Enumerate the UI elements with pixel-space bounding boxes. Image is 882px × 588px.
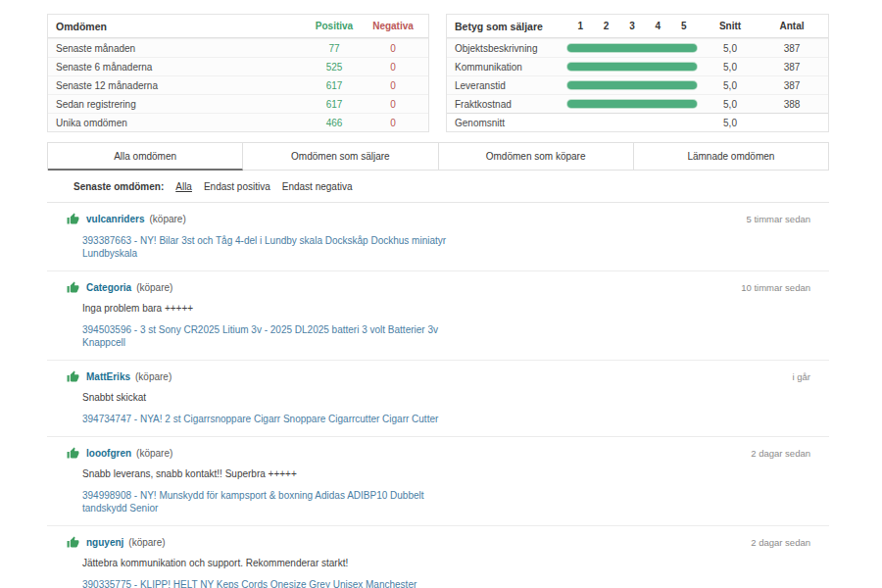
avg-value: 5,0: [697, 80, 763, 91]
rating-bar-track: [567, 100, 697, 108]
rating-bar: [567, 81, 697, 89]
review-comment: Jättebra kommunikation och support. Reko…: [82, 557, 465, 569]
table-row: Objektsbeskrivning 5,0 387: [447, 38, 828, 57]
tab-feedback-left[interactable]: Lämnade omdömen: [634, 143, 828, 171]
thumbs-up-icon: [67, 370, 79, 383]
filter-option-positive-only[interactable]: Endast positiva: [204, 181, 270, 192]
positive-count: 617: [303, 99, 366, 110]
seller-rating-header: Betyg som säljare 1 2 3 4 5 Snitt Antal: [447, 15, 828, 38]
count-value: 388: [763, 99, 820, 110]
table-row: Sedan registrering 617 0: [48, 94, 428, 113]
review-comment: Snabbt skickat: [82, 391, 465, 404]
seller-rating-table: Betyg som säljare 1 2 3 4 5 Snitt Antal …: [446, 14, 829, 132]
thumbs-up-icon: [67, 447, 79, 460]
review-item: looofgren (köpare) 2 dagar sedan Snabb l…: [47, 437, 829, 526]
review-item-link[interactable]: 394503596 - 3 st Sony CR2025 Litium 3v -…: [82, 323, 465, 349]
feedback-count-header: Omdömen Positiva Negativa: [48, 15, 428, 38]
review-timestamp: 10 timmar sedan: [741, 282, 810, 293]
reviewer-username[interactable]: vulcanriders: [86, 214, 144, 224]
row-label: Senaste 6 månaderna: [56, 62, 303, 73]
avg-value: 5,0: [697, 118, 763, 128]
rating-scale-header: 1 2 3 4 5: [567, 21, 697, 31]
review-item: nguyenj (köpare) 2 dagar sedan Jättebra …: [47, 526, 829, 588]
table-row: Fraktkostnad 5,0 388: [447, 94, 828, 113]
seller-rating-title: Betyg som säljare: [455, 21, 567, 32]
review-timestamp: 2 dagar sedan: [751, 448, 810, 459]
filter-label: Senaste omdömen:: [74, 181, 164, 192]
reviewer-username[interactable]: nguyenj: [86, 537, 123, 548]
scale-3: 3: [619, 21, 645, 31]
avg-column-header: Snitt: [697, 21, 763, 31]
review-item-link[interactable]: 393387663 - NY! Bilar 3st och Tåg 4-del …: [82, 234, 465, 260]
tab-all-feedback[interactable]: Alla omdömen: [48, 143, 243, 171]
count-value: 387: [763, 80, 820, 91]
reviewer-username[interactable]: Categoria: [86, 282, 131, 293]
table-row: Senaste 12 månaderna 617 0: [48, 75, 428, 94]
feedback-count-title: Omdömen: [56, 21, 303, 32]
rating-bar-track: [567, 63, 697, 71]
tab-feedback-as-buyer[interactable]: Omdömen som köpare: [439, 143, 634, 171]
review-item-link[interactable]: 390335775 - KLIPP! HELT NY Keps Cords On…: [82, 578, 465, 588]
review-item-link[interactable]: 394734747 - NYA! 2 st Cigarrsnoppare Cig…: [82, 413, 465, 425]
positive-count: 525: [303, 62, 366, 73]
positive-count: 617: [303, 80, 366, 91]
reviewer-username[interactable]: MattEriks: [86, 371, 130, 382]
thumbs-up-icon: [67, 281, 79, 294]
review-item: Categoria (köpare) 10 timmar sedan Inga …: [47, 271, 829, 361]
scale-1: 1: [567, 21, 593, 31]
negative-column-header: Negativa: [366, 21, 420, 31]
row-label: Leveranstid: [455, 80, 567, 91]
avg-value: 5,0: [697, 43, 763, 54]
average-row: Genomsnitt 5,0: [447, 113, 828, 131]
summary-section: Omdömen Positiva Negativa Senaste månade…: [47, 14, 829, 132]
table-row: Unika omdömen 466 0: [48, 113, 428, 131]
rating-bar-track: [567, 81, 697, 89]
row-label: Objektsbeskrivning: [455, 43, 567, 54]
review-comment: Inga problem bara +++++: [82, 302, 465, 315]
positive-count: 77: [303, 43, 366, 54]
rating-bar-track: [567, 44, 697, 52]
table-row: Leveranstid 5,0 387: [447, 75, 828, 94]
reviewer-role: (köpare): [135, 371, 172, 382]
review-timestamp: i går: [793, 371, 810, 382]
row-label: Kommunikation: [455, 62, 567, 73]
feedback-filter-bar: Senaste omdömen: Alla Endast positiva En…: [47, 171, 829, 203]
negative-count: 0: [366, 80, 420, 91]
tab-feedback-as-seller[interactable]: Omdömen som säljare: [243, 143, 438, 171]
reviewer-username[interactable]: looofgren: [86, 448, 131, 459]
row-label: Unika omdömen: [56, 118, 303, 128]
rating-bar: [567, 44, 697, 52]
filter-option-negative-only[interactable]: Endast negativa: [282, 181, 353, 192]
review-item-link[interactable]: 394998908 - NY! Munskydd för kampsport &…: [82, 489, 465, 514]
positive-column-header: Positiva: [303, 21, 366, 31]
positive-count: 466: [303, 118, 366, 128]
row-label: Fraktkostnad: [455, 99, 567, 110]
row-label: Senaste 12 månaderna: [56, 80, 303, 91]
negative-count: 0: [366, 118, 420, 128]
count-value: 387: [763, 62, 820, 73]
thumbs-up-icon: [67, 536, 79, 549]
scale-2: 2: [593, 21, 618, 31]
rating-bar: [567, 100, 697, 108]
review-timestamp: 2 dagar sedan: [751, 537, 810, 548]
scale-4: 4: [645, 21, 670, 31]
reviewer-role: (köpare): [149, 214, 185, 224]
scale-5: 5: [671, 21, 697, 31]
row-label: Sedan registrering: [56, 99, 303, 110]
table-row: Senaste 6 månaderna 525 0: [48, 57, 428, 75]
negative-count: 0: [366, 43, 420, 54]
filter-option-all[interactable]: Alla: [175, 181, 192, 192]
thumbs-up-icon: [67, 213, 79, 225]
table-row: Kommunikation 5,0 387: [447, 57, 828, 75]
review-item: vulcanriders (köpare) 5 timmar sedan 393…: [47, 203, 829, 271]
reviewer-role: (köpare): [136, 448, 172, 459]
reviewer-role: (köpare): [136, 282, 172, 293]
row-label: Senaste månaden: [56, 43, 303, 54]
table-row: Senaste månaden 77 0: [48, 38, 428, 57]
avg-value: 5,0: [697, 62, 763, 73]
feedback-page: Omdömen Positiva Negativa Senaste månade…: [0, 0, 882, 588]
review-item: MattEriks (köpare) i går Snabbt skickat …: [47, 361, 829, 437]
review-comment: Snabb leverans, snabb kontakt!! Superbra…: [82, 467, 465, 480]
avg-value: 5,0: [697, 99, 763, 110]
row-label: Genomsnitt: [455, 118, 567, 128]
